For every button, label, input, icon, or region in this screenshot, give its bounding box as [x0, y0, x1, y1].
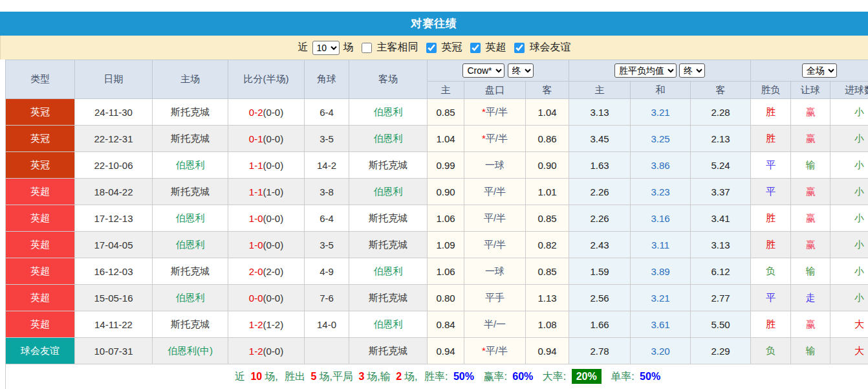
league-badge: 英超: [6, 311, 75, 338]
match-row: 英超 14-11-22 斯托克城 1-2(1-2) 14-0 伯恩利 0.84 …: [6, 311, 868, 338]
handicap: 平/半: [464, 232, 526, 258]
avg-draw: 3.89: [631, 258, 691, 285]
result: 平: [751, 152, 791, 179]
page-title: 对赛往绩: [0, 12, 868, 36]
result: 胜: [751, 311, 791, 338]
result: 平: [751, 285, 791, 311]
avg-type-select[interactable]: 胜平负均值: [614, 63, 677, 78]
avg-home: 1.59: [569, 258, 631, 285]
odds-away: 0.90: [526, 152, 569, 179]
odds-away: 0.94: [526, 338, 569, 364]
summary-winrate-label: 胜率:: [420, 371, 448, 382]
match-row: 英超 15-05-16 伯恩利 0-0(0-0) 7-6 斯托克城 0.80 平…: [6, 285, 868, 311]
top-gap: [0, 0, 868, 12]
goals-result: 小: [830, 152, 868, 179]
col-handicap-result: 让球: [791, 82, 830, 99]
avg-draw: 3.25: [631, 126, 691, 152]
avg-home: 2.43: [569, 232, 631, 258]
corners: 3-5: [305, 232, 349, 258]
handicap-result: 输: [791, 152, 830, 179]
match-date: 17-12-13: [75, 205, 153, 232]
match-date: 22-12-31: [75, 126, 153, 152]
summary-winrate: 50%: [451, 371, 477, 382]
col-home: 主场: [153, 60, 228, 99]
scope-select[interactable]: 全场: [802, 63, 837, 78]
match-row: 英冠 22-10-06 伯恩利 1-1(0-0) 14-2 斯托克城 0.99 …: [6, 152, 868, 179]
odds-home: 0.99: [428, 152, 464, 179]
odds-away: 0.85: [526, 205, 569, 232]
avg-draw: 3.86: [631, 152, 691, 179]
avg-home: 2.78: [569, 338, 631, 364]
recent-count-select[interactable]: 10: [312, 41, 340, 55]
summary-single-rate-label: 单率:: [607, 371, 634, 382]
home-team: 斯托克城: [153, 311, 228, 338]
avg-stage-select[interactable]: 终: [679, 63, 705, 78]
match-score: 0-0(0-0): [228, 285, 305, 311]
result: 胜: [751, 99, 791, 126]
odds-away: 1.01: [526, 179, 569, 205]
avg-group-header: 胜平负均值 终: [569, 60, 751, 82]
summary-losses: 2: [393, 371, 404, 382]
odds-company-select[interactable]: Crow*: [462, 63, 505, 78]
corners: 6-4: [305, 99, 349, 126]
away-team: 斯托克城: [349, 205, 428, 232]
match-row: 英超 17-12-13 伯恩利 1-0(0-0) 6-4 斯托克城 1.06 平…: [6, 205, 868, 232]
league-championship-checkbox[interactable]: [426, 43, 437, 53]
away-team: 斯托克城: [349, 338, 428, 364]
odds-home: 1.04: [428, 126, 464, 152]
col-away: 客场: [349, 60, 428, 99]
corners: 3-8: [305, 179, 349, 205]
goals-result: 大: [830, 338, 868, 364]
home-team: 斯托克城: [153, 99, 228, 126]
match-row: 英冠 24-11-30 斯托克城 0-2(0-0) 6-4 伯恩利 0.85 *…: [6, 99, 868, 126]
result: 负: [751, 338, 791, 364]
league-friendly-label: 球会友谊: [530, 41, 571, 54]
handicap-result: 赢: [791, 232, 830, 258]
odds-home: 1.06: [428, 205, 464, 232]
odds-home: 1.09: [428, 232, 464, 258]
result: 胜: [751, 126, 791, 152]
odds-stage-select[interactable]: 终: [508, 63, 534, 78]
league-friendly-checkbox[interactable]: [514, 43, 525, 53]
match-date: 24-11-30: [75, 99, 153, 126]
col-date: 日期: [75, 60, 153, 99]
summary-total: 10: [248, 371, 265, 382]
summary-handicap-rate-label: 赢率:: [479, 371, 506, 382]
matches-table: 类型 日期 主场 比分(半场) 角球 客场 Crow* 终 胜平负均值 终 全场…: [5, 60, 868, 389]
avg-home: 3.13: [569, 99, 631, 126]
handicap-result: 赢: [791, 205, 830, 232]
table-header: 类型 日期 主场 比分(半场) 角球 客场 Crow* 终 胜平负均值 终 全场…: [6, 60, 868, 99]
match-score: 1-2(0-0): [228, 338, 305, 364]
home-team: 伯恩利: [153, 285, 228, 311]
odds-away: 1.04: [526, 99, 569, 126]
match-row: 英超 16-12-03 斯托克城 2-0(2-0) 4-9 伯恩利 1.06 一…: [6, 258, 868, 285]
away-team: 伯恩利: [349, 126, 428, 152]
away-team: 伯恩利: [349, 99, 428, 126]
same-venue-label: 主客相同: [377, 41, 418, 54]
goals-result: 小: [830, 285, 868, 311]
avg-away: 3.41: [691, 205, 751, 232]
league-badge: 英超: [6, 179, 75, 205]
same-venue-checkbox[interactable]: [362, 43, 372, 53]
league-badge: 英超: [6, 285, 75, 311]
handicap-result: 输: [791, 338, 830, 364]
filter-bar: 近 10 场 主客相同 英冠 英超 球会友谊: [0, 36, 868, 60]
match-row: 英超 18-04-22 斯托克城 1-1(1-0) 3-8 伯恩利 0.90 平…: [6, 179, 868, 205]
goals-result: 小: [830, 205, 868, 232]
league-premier-label: 英超: [486, 41, 506, 54]
league-premier-checkbox[interactable]: [470, 43, 481, 53]
match-row: 球会友谊 10-07-31 伯恩利(中) 1-2(0-0) 斯托克城 0.94 …: [6, 338, 868, 364]
goals-result: 大: [830, 311, 868, 338]
home-team: 斯托克城: [153, 126, 228, 152]
corners: 4-9: [305, 258, 349, 285]
summary-draw-label: 平局: [332, 371, 353, 382]
avg-draw: 3.20: [631, 338, 691, 364]
league-badge: 英超: [6, 205, 75, 232]
handicap: 一球: [464, 258, 526, 285]
col-result: 胜负: [751, 82, 791, 99]
result: 平: [751, 179, 791, 205]
away-team: 斯托克城: [349, 152, 428, 179]
goals-result: 小: [830, 126, 868, 152]
summary-wins: 5: [309, 371, 320, 382]
avg-away: 2.13: [691, 126, 751, 152]
